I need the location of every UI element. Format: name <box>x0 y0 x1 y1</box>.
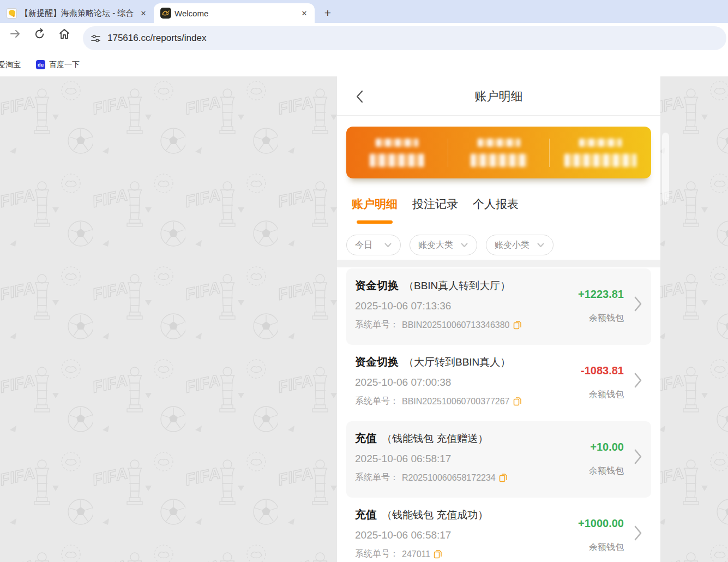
transaction-amount: -1083.81 <box>581 364 624 377</box>
address-bar[interactable]: 175616.cc/reports/index <box>83 26 726 50</box>
tab-account-detail[interactable]: 账户明细 <box>352 196 398 213</box>
summary-column <box>448 139 550 167</box>
bookmark-label: 爱淘宝 <box>0 60 21 70</box>
tab-title: 【新提醒】海燕策略论坛 - 综合 <box>20 8 135 19</box>
transaction-detail: （大厅转到BBIN真人） <box>404 355 510 369</box>
transaction-amount: +1000.00 <box>578 517 624 530</box>
browser-window: 【新提醒】海燕策略论坛 - 综合 ✕ Welcome ✕ + 175616.cc… <box>0 0 728 562</box>
balance-summary-card <box>346 127 651 178</box>
copy-icon[interactable] <box>499 473 508 482</box>
order-label: 系统单号： <box>355 319 399 331</box>
transaction-detail: （钱能钱包 充值赠送） <box>382 432 488 446</box>
transaction-row[interactable]: 资金切换 （BBIN真人转到大厅） 2025-10-06 07:13:36 系统… <box>346 268 651 345</box>
site-settings-icon[interactable] <box>91 33 101 44</box>
wallet-label: 余额钱包 <box>589 542 624 553</box>
tab-title: Welcome <box>175 9 296 18</box>
tab-close-icon[interactable]: ✕ <box>299 8 309 18</box>
account-detail-panel: 账户明细 账户明细 <box>337 76 660 562</box>
bookmark-baidu[interactable]: du 百度一下 <box>36 60 80 70</box>
filter-minor-category-dropdown[interactable]: 账变小类 <box>486 235 553 255</box>
masked-label <box>478 139 520 147</box>
filter-major-category-dropdown[interactable]: 账变大类 <box>410 235 477 255</box>
tab-label: 账户明细 <box>352 198 398 210</box>
transaction-time: 2025-10-06 06:58:17 <box>355 529 642 541</box>
section-separator <box>337 260 660 267</box>
home-button[interactable] <box>55 25 74 43</box>
masked-label <box>579 139 622 147</box>
tab-strip: 【新提醒】海燕策略论坛 - 综合 ✕ Welcome ✕ + <box>0 0 728 23</box>
transaction-type: 资金切换 <box>355 355 399 369</box>
page-scrollbar-thumb[interactable] <box>662 133 669 202</box>
masked-label <box>376 139 418 147</box>
chevron-right-icon[interactable] <box>634 525 642 541</box>
transaction-detail: （钱能钱包 充值成功） <box>382 508 488 522</box>
forward-button[interactable] <box>6 25 25 43</box>
transaction-detail: （BBIN真人转到大厅） <box>404 279 510 293</box>
chevron-down-icon <box>384 243 392 248</box>
chevron-down-icon <box>461 243 468 248</box>
masked-value <box>471 154 527 167</box>
transaction-list: 资金切换 （BBIN真人转到大厅） 2025-10-06 07:13:36 系统… <box>337 267 660 562</box>
bookmarks-bar: 爱淘宝 du 百度一下 <box>0 53 728 76</box>
masked-value <box>564 154 636 167</box>
chevron-down-icon <box>537 243 544 248</box>
tab-forum[interactable]: 【新提醒】海燕策略论坛 - 综合 ✕ <box>0 3 154 23</box>
wallet-label: 余额钱包 <box>589 465 624 477</box>
chevron-right-icon[interactable] <box>634 449 642 465</box>
refresh-button[interactable] <box>30 25 49 43</box>
order-number: R202510060658172234 <box>402 473 496 483</box>
summary-column <box>346 139 448 167</box>
masked-value <box>370 154 424 167</box>
forward-arrow-icon <box>9 28 21 40</box>
section-tabs: 账户明细 投注记录 个人报表 <box>337 178 660 213</box>
transaction-time: 2025-10-06 06:58:17 <box>355 453 642 465</box>
new-tab-button[interactable]: + <box>320 5 335 21</box>
chevron-right-icon[interactable] <box>634 372 642 388</box>
transaction-amount: +1223.81 <box>578 288 624 301</box>
transaction-row[interactable]: 充值 （钱能钱包 充值赠送） 2025-10-06 06:58:17 系统单号：… <box>346 421 651 498</box>
order-number: BBIN202510060700377267 <box>402 397 510 406</box>
order-label: 系统单号： <box>355 472 399 483</box>
tab-close-icon[interactable]: ✕ <box>139 8 148 18</box>
transaction-type: 充值 <box>355 507 377 522</box>
transaction-type: 充值 <box>355 431 377 446</box>
summary-column <box>549 139 651 167</box>
transaction-time: 2025-10-06 07:00:38 <box>355 376 642 388</box>
transaction-time: 2025-10-06 07:13:36 <box>355 300 642 312</box>
tab-personal-report[interactable]: 个人报表 <box>473 196 519 213</box>
wallet-label: 余额钱包 <box>589 389 624 400</box>
chevron-right-icon[interactable] <box>634 296 642 312</box>
url-text[interactable]: 175616.cc/reports/index <box>107 33 206 44</box>
transaction-row[interactable]: 充值 （钱能钱包 充值成功） 2025-10-06 06:58:17 系统单号：… <box>346 498 651 562</box>
bookmark-label: 百度一下 <box>49 60 80 70</box>
order-number: BBIN202510060713346380 <box>402 320 510 330</box>
filter-label: 账变小类 <box>495 240 530 251</box>
order-number: 247011 <box>402 549 430 559</box>
tab-bet-records[interactable]: 投注记录 <box>412 196 458 213</box>
copy-icon[interactable] <box>513 320 522 330</box>
welcome-favicon-icon <box>160 8 171 19</box>
page-header: 账户明细 <box>337 76 660 116</box>
filter-row: 今日 账变大类 账变小类 <box>337 213 660 255</box>
filter-label: 账变大类 <box>418 240 453 251</box>
tab-welcome[interactable]: Welcome ✕ <box>154 3 315 23</box>
page-title: 账户明细 <box>337 88 660 105</box>
baidu-icon: du <box>36 60 45 69</box>
refresh-icon <box>34 28 45 40</box>
bookmark-aitaobao[interactable]: 爱淘宝 <box>0 60 21 70</box>
copy-icon[interactable] <box>434 549 442 559</box>
order-label: 系统单号： <box>355 396 399 407</box>
transaction-row[interactable]: 资金切换 （大厅转到BBIN真人） 2025-10-06 07:00:38 系统… <box>346 345 651 421</box>
wallet-label: 余额钱包 <box>589 313 624 324</box>
filter-date-dropdown[interactable]: 今日 <box>346 235 401 255</box>
order-label: 系统单号： <box>355 548 399 560</box>
filter-label: 今日 <box>355 240 372 251</box>
active-tab-underline <box>357 220 393 224</box>
forum-favicon-icon <box>7 8 17 19</box>
transaction-type: 资金切换 <box>355 278 399 293</box>
copy-icon[interactable] <box>513 397 522 406</box>
transaction-amount: +10.00 <box>590 441 624 453</box>
home-icon <box>58 28 70 40</box>
